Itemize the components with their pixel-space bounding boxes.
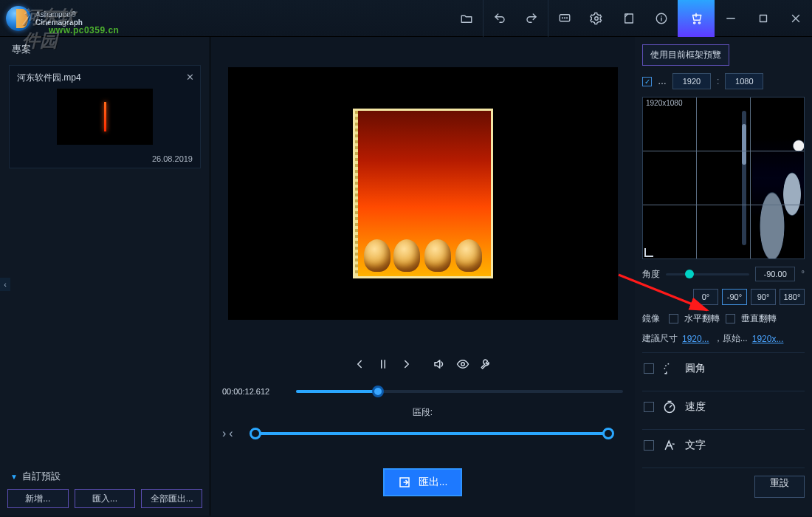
svg-point-3	[566, 17, 567, 18]
caret-icon: ▼	[10, 473, 18, 481]
round-checkbox[interactable]	[644, 363, 654, 374]
svg-point-8	[698, 21, 700, 23]
export-label: 匯出...	[419, 476, 448, 489]
angle-0-button[interactable]: 0°	[693, 289, 718, 305]
vflip-checkbox[interactable]	[726, 314, 735, 323]
segment-label: 區段:	[210, 406, 635, 419]
round-icon	[661, 360, 678, 377]
text-label: 文字	[685, 439, 706, 452]
seg-prev-button[interactable]: ‹	[229, 427, 233, 440]
playback-controls	[210, 350, 635, 380]
section-speed[interactable]: 速度	[642, 391, 805, 422]
svg-point-12	[664, 403, 674, 412]
maximize-button[interactable]	[747, 0, 780, 37]
speed-icon	[661, 399, 678, 415]
segment-row: › ‹	[210, 419, 635, 448]
text-checkbox[interactable]	[644, 440, 654, 451]
segment-start-handle[interactable]	[250, 428, 261, 439]
use-frame-preview-button[interactable]: 使用目前框架預覽	[642, 44, 729, 66]
settings-button[interactable]	[580, 0, 613, 37]
chat-button[interactable]	[548, 0, 580, 37]
presets-header[interactable]: ▼ 自訂預設	[6, 464, 204, 489]
angle-knob[interactable]	[685, 270, 694, 278]
timeline-row: 00:00:12.612	[210, 380, 635, 403]
aspect-lock-checkbox[interactable]: ✓	[642, 77, 652, 86]
angle-neg90-button[interactable]: -90°	[722, 289, 747, 305]
preset-add-button[interactable]: 新增...	[7, 489, 69, 508]
project-name: 河东软件园.mp4	[17, 72, 193, 84]
crop-grid	[643, 97, 804, 258]
vflip-label: 垂直翻轉	[741, 312, 777, 325]
volume-button[interactable]	[433, 357, 446, 373]
suggest-mid: ，原始...	[714, 332, 748, 345]
collapse-left-button[interactable]: ‹	[0, 278, 10, 291]
hflip-label: 水平翻轉	[684, 312, 720, 325]
segment-track[interactable]	[255, 432, 608, 435]
video-frame[interactable]	[228, 67, 618, 320]
segment-end-handle[interactable]	[602, 428, 614, 439]
prev-frame-button[interactable]	[353, 357, 366, 373]
minimize-button[interactable]	[715, 0, 747, 37]
crop-resolution: 1920x1080	[646, 99, 683, 107]
timecode: 00:00:12.612	[222, 387, 289, 396]
undo-button[interactable]	[483, 0, 515, 37]
reset-button[interactable]: 重設	[754, 476, 805, 498]
timeline-slider[interactable]	[296, 390, 623, 393]
notes-button[interactable]	[613, 0, 645, 37]
next-frame-button[interactable]	[400, 357, 413, 373]
crop-corner-icon	[644, 248, 653, 257]
pause-button[interactable]	[376, 357, 390, 373]
project-date: 26.08.2019	[152, 154, 193, 163]
close-button[interactable]	[780, 0, 812, 37]
export-button[interactable]: 匯出...	[383, 468, 463, 496]
seg-next-button[interactable]: ›	[222, 427, 226, 440]
titlebar: Ashampoo® Cinemagraph 河东软件园 www.pc0359.c…	[0, 0, 812, 37]
project-close-button[interactable]: ✕	[186, 72, 194, 83]
suggest-size-link[interactable]: 1920...	[682, 334, 709, 344]
preset-import-button[interactable]: 匯入...	[75, 489, 136, 508]
presets-heading: 自訂預設	[22, 470, 61, 483]
timeline-knob[interactable]	[372, 386, 384, 397]
angle-label: 角度	[642, 268, 660, 281]
svg-point-10	[461, 362, 464, 366]
angle-presets: 0° -90° 90° 180°	[642, 289, 805, 305]
mirror-label: 鏡像	[642, 312, 663, 325]
tools-button[interactable]	[480, 357, 493, 373]
preview-eye-button[interactable]	[456, 357, 469, 373]
open-folder-button[interactable]	[450, 0, 483, 37]
original-size-link[interactable]: 1920x...	[752, 334, 784, 344]
watermark-url: www.pc0359.cn	[49, 25, 119, 35]
dimension-row: ✓ … 1920 : 1080	[642, 73, 805, 89]
svg-rect-9	[760, 15, 767, 21]
section-round[interactable]: 圓角	[642, 352, 805, 383]
crop-preview[interactable]: 1920x1080	[642, 97, 805, 259]
svg-point-7	[694, 21, 695, 23]
round-label: 圓角	[685, 362, 706, 375]
hflip-checkbox[interactable]	[669, 314, 678, 323]
svg-point-4	[595, 16, 599, 20]
angle-row: 角度 -90.00 °	[642, 267, 805, 281]
speed-checkbox[interactable]	[644, 402, 654, 412]
svg-point-1	[562, 17, 562, 18]
degree-symbol: °	[801, 269, 805, 279]
suggest-row: 建議尺寸 1920... ，原始... 1920x...	[642, 332, 805, 345]
suggest-label: 建議尺寸	[642, 332, 678, 345]
angle-slider[interactable]	[666, 273, 749, 275]
section-text[interactable]: 文字	[642, 429, 805, 460]
project-card[interactable]: 河东软件园.mp4 ✕ 26.08.2019	[9, 65, 201, 168]
height-input[interactable]: 1080	[725, 73, 763, 89]
info-button[interactable]	[645, 0, 678, 37]
main: 專案 河东软件园.mp4 ✕ 26.08.2019 ‹ ▼ 自訂預設 新增...…	[0, 37, 812, 516]
angle-value[interactable]: -90.00	[755, 267, 795, 281]
cart-button[interactable]	[678, 0, 715, 37]
center-panel: 00:00:12.612 區段: › ‹ 匯出...	[210, 37, 635, 516]
width-input[interactable]: 1920	[672, 73, 711, 89]
angle-180-button[interactable]: 180°	[780, 289, 805, 305]
redo-button[interactable]	[515, 0, 548, 37]
preset-export-all-button[interactable]: 全部匯出...	[141, 489, 202, 508]
angle-90-button[interactable]: 90°	[751, 289, 776, 305]
left-panel: 專案 河东软件园.mp4 ✕ 26.08.2019 ‹ ▼ 自訂預設 新增...…	[0, 37, 210, 516]
svg-point-2	[564, 17, 565, 18]
video-content	[353, 109, 493, 278]
logo: Ashampoo® Cinemagraph 河东软件园 www.pc0359.c…	[0, 0, 83, 37]
